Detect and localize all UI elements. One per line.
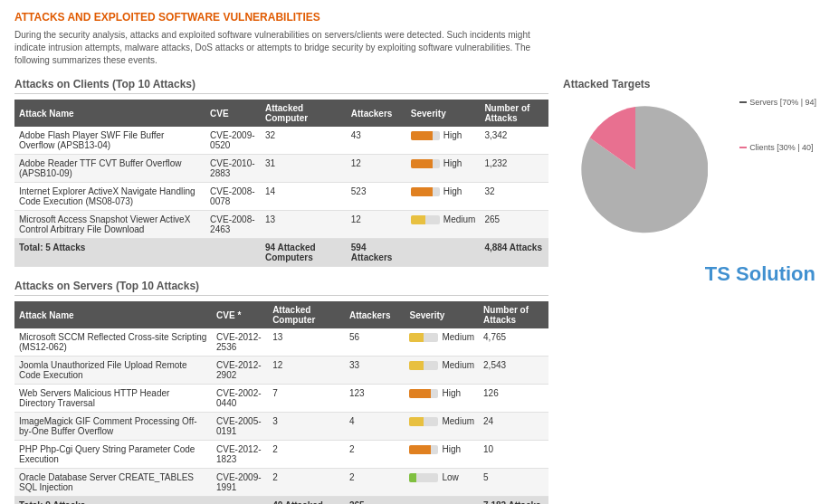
attack-name: Adobe Flash Player SWF File Buffer Overf…: [14, 127, 205, 155]
clients-section-title: Attacks on Clients (Top 10 Attacks): [14, 78, 548, 94]
cve: CVE-2012-2902: [212, 357, 268, 385]
severity: High: [405, 441, 479, 469]
cve: CVE-2009-1991: [212, 469, 268, 497]
computers: 14: [261, 183, 347, 211]
table-row: Oracle Database Server CREATE_TABLES SQL…: [14, 469, 548, 497]
cve: CVE-2009-0520: [205, 127, 261, 155]
total-attacks: 4,884 Attacks: [480, 239, 548, 267]
attack-name: Oracle Database Server CREATE_TABLES SQL…: [14, 469, 212, 497]
table-row: Microsoft Access Snapshot Viewer ActiveX…: [14, 211, 548, 239]
attacks: 10: [479, 441, 548, 469]
severity: High: [406, 183, 481, 211]
col-severity: Severity: [405, 301, 479, 328]
attackers: 33: [345, 357, 405, 385]
computers: 13: [261, 211, 347, 239]
total-computers: 94 Attacked Computers: [261, 239, 347, 267]
ts-solution-branding: TS Solution: [563, 262, 825, 286]
attacks: 5: [479, 469, 548, 497]
computers: 31: [261, 155, 347, 183]
attacks: 126: [479, 385, 548, 413]
computers: 2: [268, 469, 345, 497]
cve: CVE-2005-0191: [212, 413, 268, 441]
col-computers: Attacked Computer: [261, 100, 347, 127]
severity: Medium: [405, 413, 479, 441]
total-row: Total: 5 Attacks 94 Attacked Computers 5…: [14, 239, 548, 267]
attackers: 2: [345, 469, 405, 497]
page-title: ATTACKS AND EXPLOITED SOFTWARE VULNERABI…: [14, 11, 825, 24]
computers: 2: [268, 441, 345, 469]
col-attacks: Number of Attacks: [479, 301, 548, 328]
computers: 32: [261, 127, 347, 155]
attackers: 56: [345, 328, 405, 357]
computers: 13: [268, 328, 345, 357]
attacked-targets-section: Attacked Targets Servers [70% | 94]: [563, 78, 825, 244]
attackers: 2: [345, 441, 405, 469]
col-cve: CVE *: [212, 301, 268, 328]
col-attackers: Attackers: [345, 301, 405, 328]
total-attacks: 7,182 Attacks: [479, 497, 548, 505]
table-row: Microsoft SCCM Reflected Cross-site Scri…: [14, 328, 548, 357]
attackers: 4: [345, 413, 405, 441]
table-row: Adobe Flash Player SWF File Buffer Overf…: [14, 127, 548, 155]
total-severity: [405, 497, 479, 505]
total-cve: [212, 497, 268, 505]
attacks: 32: [480, 183, 548, 211]
attacks: 1,232: [480, 155, 548, 183]
attacked-targets-title: Attacked Targets: [563, 78, 825, 90]
total-cve: [205, 239, 261, 267]
clients-table: Attack Name CVE Attacked Computer Attack…: [14, 100, 548, 267]
severity: Medium: [405, 328, 479, 357]
cve: CVE-2008-2463: [205, 211, 261, 239]
attackers: 12: [347, 155, 406, 183]
attack-name: Joomla Unauthorized File Upload Remote C…: [14, 357, 212, 385]
computers: 3: [268, 413, 345, 441]
attackers: 12: [347, 211, 406, 239]
col-attack-name: Attack Name: [14, 100, 205, 127]
attackers: 523: [347, 183, 406, 211]
table-row: Adobe Reader TTF CVT Buffer Overflow (AP…: [14, 155, 548, 183]
left-column: Attacks on Clients (Top 10 Attacks) Atta…: [14, 78, 548, 504]
attack-name: ImageMagick GIF Comment Processing Off-b…: [14, 413, 212, 441]
intro-text: During the security analysis, attacks an…: [14, 29, 548, 67]
total-row: Total: 9 Attacks 40 Attacked Servers 265…: [14, 497, 548, 505]
table-row: Internet Explorer ActiveX Navigate Handl…: [14, 183, 548, 211]
attack-name: Microsoft Access Snapshot Viewer ActiveX…: [14, 211, 205, 239]
servers-table: Attack Name CVE * Attacked Computer Atta…: [14, 301, 548, 504]
attackers: 43: [347, 127, 406, 155]
cve: CVE-2010-2883: [205, 155, 261, 183]
table-row: Web Servers Malicious HTTP Header Direct…: [14, 385, 548, 413]
severity: High: [405, 385, 479, 413]
total-attackers: 594 Attackers: [347, 239, 406, 267]
pie-chart: [563, 98, 708, 242]
table-row: ImageMagick GIF Comment Processing Off-b…: [14, 413, 548, 441]
servers-legend: Servers [70% | 94]: [739, 98, 816, 107]
severity: Medium: [406, 211, 481, 239]
severity: Low: [405, 469, 479, 497]
total-attackers: 265 Attackers: [345, 497, 405, 505]
computers: 7: [268, 385, 345, 413]
severity: Medium: [405, 357, 479, 385]
attacks: 265: [480, 211, 548, 239]
table-row: Joomla Unauthorized File Upload Remote C…: [14, 357, 548, 385]
attacks: 2,543: [479, 357, 548, 385]
col-computers: Attacked Computer: [268, 301, 345, 328]
attackers: 123: [345, 385, 405, 413]
attacks: 3,342: [480, 127, 548, 155]
attack-name: Web Servers Malicious HTTP Header Direct…: [14, 385, 212, 413]
attack-name: PHP Php-Cgi Query String Parameter Code …: [14, 441, 212, 469]
col-cve: CVE: [205, 100, 261, 127]
col-attackers: Attackers: [347, 100, 406, 127]
total-label: Total: 5 Attacks: [14, 239, 205, 267]
attack-name: Internet Explorer ActiveX Navigate Handl…: [14, 183, 205, 211]
table-row: PHP Php-Cgi Query String Parameter Code …: [14, 441, 548, 469]
total-computers: 40 Attacked Servers: [268, 497, 345, 505]
cve: CVE-2012-1823: [212, 441, 268, 469]
total-label: Total: 9 Attacks: [14, 497, 212, 505]
cve: CVE-2012-2536: [212, 328, 268, 357]
servers-section-title: Attacks on Servers (Top 10 Attacks): [14, 280, 548, 296]
attack-name: Microsoft SCCM Reflected Cross-site Scri…: [14, 328, 212, 357]
severity: High: [406, 127, 481, 155]
col-attack-name: Attack Name: [14, 301, 212, 328]
attacks: 24: [479, 413, 548, 441]
col-severity: Severity: [406, 100, 481, 127]
